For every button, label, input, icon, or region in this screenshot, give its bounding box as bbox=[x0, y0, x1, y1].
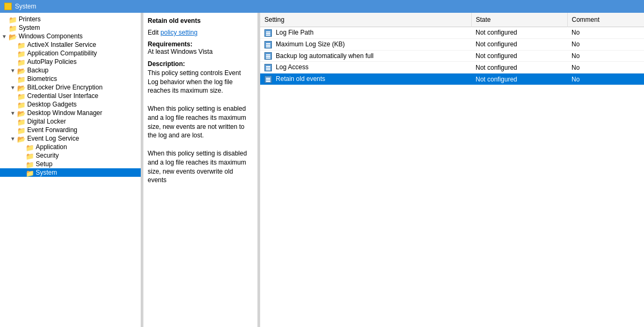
folder-icon bbox=[26, 152, 34, 159]
tree-item-desktop-gadgets[interactable]: Desktop Gadgets bbox=[0, 100, 141, 109]
tree-item-windows-components[interactable]: ▼ Windows Components bbox=[0, 32, 141, 40]
description-label: Description: bbox=[148, 60, 185, 68]
tree-label: ActiveX Installer Service bbox=[27, 41, 96, 48]
folder-icon bbox=[17, 101, 26, 108]
cell-setting: Retain old events bbox=[260, 73, 471, 85]
tree-item-activex[interactable]: ActiveX Installer Service bbox=[0, 40, 141, 49]
tree-label: System bbox=[36, 169, 57, 176]
setting-label: Maximum Log Size (KB) bbox=[276, 40, 344, 48]
title-bar: System bbox=[0, 0, 644, 13]
cell-comment: No bbox=[567, 50, 644, 62]
tree-item-desktop-wm[interactable]: ▼ Desktop Window Manager bbox=[0, 109, 141, 117]
tree-item-credential-ui[interactable]: Credential User Interface bbox=[0, 92, 141, 100]
tree-panel[interactable]: Printers System ▼ Windows Components Act… bbox=[0, 13, 141, 327]
tree-item-event-forwarding[interactable]: Event Forwarding bbox=[0, 126, 141, 134]
edit-policy-line: Edit policy setting bbox=[148, 29, 253, 36]
requirements-value: At least Windows Vista bbox=[148, 48, 253, 55]
description-panel: Retain old events Edit policy setting Re… bbox=[143, 13, 258, 327]
col-state: State bbox=[471, 13, 567, 27]
tree-item-event-log-service[interactable]: ▼ Event Log Service bbox=[0, 134, 141, 143]
tree-label: Application bbox=[36, 143, 67, 151]
requirements-label: Requirements: bbox=[148, 40, 192, 48]
tree-item-system-log[interactable]: System bbox=[0, 168, 141, 177]
main-content: Printers System ▼ Windows Components Act… bbox=[0, 13, 644, 327]
tree-label: Biometrics bbox=[27, 75, 57, 83]
main-window: System Printers System ▼ Windows Compone… bbox=[0, 0, 644, 327]
col-comment: Comment bbox=[567, 13, 644, 27]
edit-text: Edit bbox=[148, 29, 159, 36]
table-header-row: Setting State Comment bbox=[260, 13, 644, 27]
tree-item-application[interactable]: Application bbox=[0, 143, 141, 151]
expand-icon: ▼ bbox=[9, 85, 17, 91]
cell-state: Not configured bbox=[471, 38, 567, 50]
expand-icon: ▼ bbox=[0, 34, 9, 39]
expand-icon: ▼ bbox=[9, 136, 17, 142]
tree-label: BitLocker Drive Encryption bbox=[27, 84, 102, 91]
cell-state: Not configured bbox=[471, 27, 567, 39]
tree-label: Credential User Interface bbox=[27, 92, 98, 100]
tree-item-digital-locker[interactable]: Digital Locker bbox=[0, 117, 141, 126]
expand-icon: ▼ bbox=[9, 68, 17, 73]
cell-state: Not configured bbox=[471, 62, 567, 73]
table-row[interactable]: Log File Path Not configured No bbox=[260, 27, 644, 39]
cell-setting: Log Access bbox=[260, 62, 471, 73]
tree-label: System bbox=[19, 24, 40, 31]
table-row[interactable]: Log Access Not configured No bbox=[260, 62, 644, 73]
cell-comment: No bbox=[567, 27, 644, 39]
folder-icon bbox=[26, 161, 34, 168]
tree-label: Setup bbox=[36, 160, 52, 168]
folder-icon bbox=[9, 33, 17, 40]
policy-icon bbox=[264, 41, 272, 48]
settings-table: Setting State Comment Log File Path Not … bbox=[260, 13, 644, 85]
tree-label: Backup bbox=[27, 67, 49, 74]
policy-icon bbox=[264, 52, 272, 60]
tree-label: Digital Locker bbox=[27, 118, 66, 125]
description-title: Retain old events bbox=[148, 17, 253, 24]
folder-icon bbox=[17, 50, 26, 57]
cell-comment: No bbox=[567, 73, 644, 85]
setting-label: Backup log automatically when full bbox=[276, 52, 373, 60]
tree-label: Event Forwarding bbox=[27, 126, 77, 134]
policy-icon bbox=[264, 64, 272, 71]
cell-comment: No bbox=[567, 62, 644, 73]
folder-icon bbox=[17, 110, 26, 117]
tree-label: AutoPlay Policies bbox=[27, 58, 77, 66]
tree-item-autoplay[interactable]: AutoPlay Policies bbox=[0, 58, 141, 66]
tree-label: Event Log Service bbox=[27, 135, 79, 142]
folder-icon bbox=[9, 24, 17, 31]
cell-setting: Maximum Log Size (KB) bbox=[260, 38, 471, 50]
tree-label: Printers bbox=[19, 15, 41, 23]
tree-item-app-compat[interactable]: Application Compatibility bbox=[0, 49, 141, 58]
tree-item-biometrics[interactable]: Biometrics bbox=[0, 75, 141, 83]
setting-label: Retain old events bbox=[276, 75, 325, 83]
policy-icon bbox=[264, 76, 272, 83]
tree-label: Windows Components bbox=[19, 32, 83, 40]
policy-setting-link[interactable]: policy setting bbox=[160, 29, 197, 36]
tree-label: Security bbox=[36, 152, 59, 159]
tree-item-backup[interactable]: ▼ Backup bbox=[0, 66, 141, 75]
folder-icon bbox=[17, 42, 26, 48]
setting-label: Log Access bbox=[276, 63, 308, 71]
settings-panel[interactable]: Setting State Comment Log File Path Not … bbox=[260, 13, 644, 327]
table-row[interactable]: Backup log automatically when full Not c… bbox=[260, 50, 644, 62]
table-row[interactable]: Maximum Log Size (KB) Not configured No bbox=[260, 38, 644, 50]
tree-label: Desktop Window Manager bbox=[27, 109, 102, 117]
table-row[interactable]: Retain old events Not configured No bbox=[260, 73, 644, 85]
folder-icon bbox=[26, 169, 34, 176]
folder-icon bbox=[17, 76, 26, 83]
tree-item-printers[interactable]: Printers bbox=[0, 15, 141, 23]
tree-item-bitlocker[interactable]: ▼ BitLocker Drive Encryption bbox=[0, 83, 141, 92]
tree-item-system[interactable]: System bbox=[0, 23, 141, 32]
cell-setting: Log File Path bbox=[260, 27, 471, 39]
tree-label: Application Compatibility bbox=[27, 50, 97, 57]
title-bar-label: System bbox=[15, 3, 36, 10]
description-text: This policy setting controls Event Log b… bbox=[148, 69, 253, 185]
cell-comment: No bbox=[567, 38, 644, 50]
cell-state: Not configured bbox=[471, 73, 567, 85]
tree-item-setup[interactable]: Setup bbox=[0, 160, 141, 168]
tree-item-security[interactable]: Security bbox=[0, 151, 141, 160]
cell-setting: Backup log automatically when full bbox=[260, 50, 471, 62]
cell-state: Not configured bbox=[471, 50, 567, 62]
folder-icon bbox=[17, 135, 26, 142]
title-bar-icon bbox=[4, 3, 12, 10]
